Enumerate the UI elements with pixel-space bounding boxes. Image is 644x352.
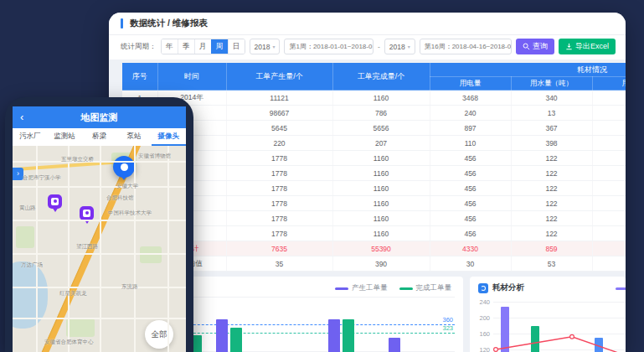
breadcrumb: 数据统计 / 维修报表 [130,18,208,29]
table-cell: 398 [511,136,592,151]
table-cell: 7 [592,106,626,121]
period-option[interactable]: 月 [194,39,211,54]
week-start-input[interactable]: 第1周：2018-01-01~2018-01-07 [284,39,374,54]
col-header-time: 时间 [157,63,226,91]
table-cell: 1160 [332,91,430,106]
range-separator: - [378,43,380,51]
period-label: 统计周期： [121,42,157,52]
tab-监测站[interactable]: 监测站 [47,128,81,146]
table-cell: 124 [592,121,626,136]
workorder-chart-legend: 产生工单量完成工单量 [335,283,451,293]
table-cell: 1778 [226,226,332,241]
map-label: 望江西路 [76,243,98,251]
table-cell: 79 [592,181,626,196]
col-header-index: 序号 [122,63,157,91]
camera-pin[interactable] [80,206,94,220]
filter-toolbar: 统计周期： 年季月周日 2018 ▾ 第1周：2018-01-01~2018-0… [109,35,626,60]
table-cell: 1160 [332,211,430,226]
year-end-value: 2018 [389,43,405,51]
bar [216,319,228,352]
period-option[interactable]: 年 [162,39,178,54]
table-cell: 79 [592,211,626,226]
consumables-chart-card: 耗材分析 2402001601208040 [470,277,626,352]
table-cell: 7635 [226,241,332,256]
bar [389,338,400,352]
table-cell: 1160 [332,226,430,241]
map-label: 安徽省合肥体育中心 [44,339,94,346]
tab-污水厂[interactable]: 污水厂 [13,128,47,146]
group-header-consumables: 耗材情况 [430,63,626,77]
query-button[interactable]: 查询 [516,39,554,54]
back-button[interactable]: ‹ [20,106,23,128]
table-cell: 5656 [332,121,430,136]
table-cell: 1778 [226,166,332,181]
period-option[interactable]: 周 [211,39,228,54]
map-label: 黄山路 [19,204,36,212]
map-street [100,146,101,352]
sub-header-water: 用水量（吨） [511,77,592,91]
phone-header: ‹ 地图监测 [13,106,186,128]
map-view[interactable]: › 全部 五里墩立交桥安徽省博物馆合肥市宁溪小学安徽大学合肥科技馆中国科学技术大… [13,146,186,352]
table-cell: 35 [226,256,332,272]
year-start-select[interactable]: 2018 ▾ [250,39,281,54]
consumables-chart-title: 耗材分析 [492,282,524,293]
table-cell: 1778 [226,151,332,166]
table-cell: 79 [592,166,626,181]
legend-item: 完成工单量 [399,283,452,293]
map-street [68,146,70,352]
tab-桥梁[interactable]: 桥梁 [82,128,116,146]
table-cell: 859 [511,241,592,256]
chevron-down-icon: ▾ [408,44,410,49]
table-cell: 897 [430,121,511,136]
analysis-icon [478,283,488,293]
map-label: 合肥科技馆 [106,194,134,202]
map-label: 红星美凯龙 [59,290,87,298]
map-park [140,246,162,263]
table-cell: 240 [430,106,511,121]
tab-泵站[interactable]: 泵站 [116,128,151,146]
col-header-completed: 工单完成量/个 [332,63,430,91]
week-end-input[interactable]: 第16周：2018-04-16~2018-04-22 [420,39,512,54]
map-label: 万达广场 [21,261,43,269]
period-option[interactable]: 季 [178,39,194,54]
map-label: 安徽大学 [116,183,138,190]
table-cell: 122 [511,166,592,181]
reference-line-label: 323 [442,324,453,332]
search-icon [523,43,530,50]
table-cell: 349 [592,241,626,256]
year-end-select[interactable]: 2018 ▾ [384,39,415,54]
table-cell: 367 [511,121,592,136]
table-cell: 1160 [332,166,430,181]
table-cell: 390 [332,256,430,272]
table-cell: 4330 [430,241,511,256]
table-cell: 70 [592,91,626,106]
chevron-down-icon: ▾ [272,44,275,49]
legend-dash-icon [335,287,348,290]
period-option[interactable]: 日 [228,39,245,54]
table-cell: 1160 [332,196,430,211]
table-cell: 122 [511,211,592,226]
table-cell: 11121 [226,91,332,106]
map-label: 中国科学技术大学 [108,210,152,217]
table-cell: 340 [511,91,592,106]
map-park [16,226,34,248]
table-cell: 98667 [226,106,332,121]
table-cell: 456 [430,181,511,196]
table-cell: 79 [592,226,626,241]
sub-header-chemical: 用药量 [592,77,626,91]
table-cell: 13 [511,106,592,121]
table-cell: 111 [592,256,626,272]
table-cell: 122 [511,226,592,241]
phone-page-title: 地图监测 [81,111,118,124]
selected-camera-pin[interactable] [113,156,135,178]
reference-line-label: 360 [442,316,453,324]
map-label: 合肥市宁溪小学 [23,174,61,182]
export-excel-button[interactable]: 导出Excel [559,39,616,54]
table-cell: 3468 [430,91,511,106]
map-label: 五里墩立交桥 [61,156,94,163]
year-start-value: 2018 [255,43,270,51]
camera-pin[interactable] [48,194,62,209]
table-cell: 53 [511,256,592,272]
map-label: 安徽省博物馆 [138,153,171,160]
tab-摄像头[interactable]: 摄像头 [152,128,186,146]
